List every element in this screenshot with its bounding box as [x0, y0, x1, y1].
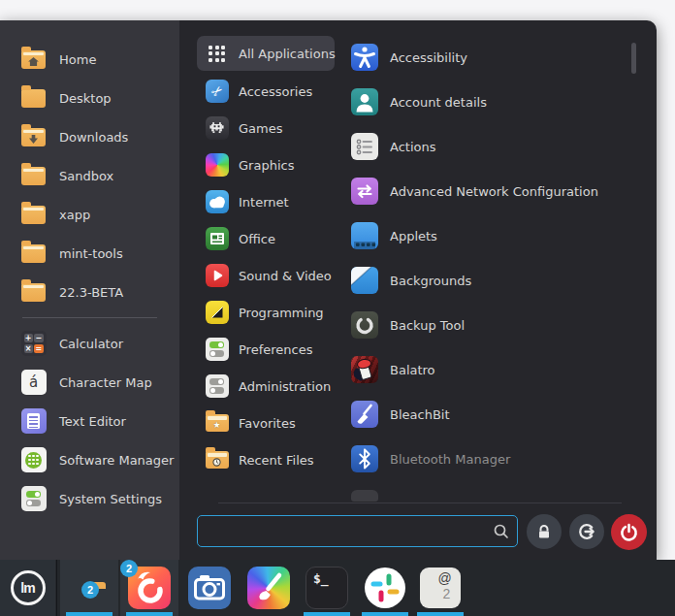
at-symbol-icon: @ 2 [420, 567, 461, 608]
running-indicator [126, 612, 173, 616]
app-actions[interactable]: Actions [351, 124, 636, 169]
system-settings-icon [20, 486, 47, 512]
actions-list-icon [351, 133, 378, 160]
place-label: xapp [59, 208, 90, 222]
notification-badge: 2 [120, 560, 138, 577]
category-label: Preferences [239, 342, 312, 357]
place-sandbox[interactable]: Sandbox [0, 156, 179, 195]
backup-tool-icon [351, 311, 378, 339]
office-icon [205, 227, 229, 251]
category-office[interactable]: Office [197, 220, 335, 257]
search-input[interactable] [197, 515, 518, 547]
taskbar-characters[interactable]: @ 2 [411, 560, 469, 616]
folder-icon [20, 85, 47, 112]
category-preferences[interactable]: Preferences [197, 331, 335, 368]
shortcut-label: System Settings [59, 492, 162, 506]
bleachbit-icon [351, 401, 378, 428]
app-label: Account details [390, 95, 487, 110]
shortcut-label: Software Manager [59, 453, 174, 468]
bluetooth-icon [351, 445, 378, 472]
internet-icon [205, 190, 229, 214]
shortcut-text-editor[interactable]: Text Editor [0, 402, 179, 440]
application-list: Accessibility Account details [351, 35, 636, 481]
category-sound-video[interactable]: Sound & Video [197, 257, 335, 294]
place-downloads[interactable]: Downloads [0, 117, 179, 156]
running-indicator [304, 612, 350, 616]
place-label: 22.3-BETA [59, 285, 123, 300]
all-applications-icon [205, 42, 229, 66]
app-balatro[interactable]: Balatro [351, 347, 636, 392]
taskbar-slack[interactable] [356, 560, 414, 616]
shortcut-character-map[interactable]: á Character Map [0, 363, 179, 402]
character-map-icon: á [20, 370, 47, 396]
category-accessories[interactable]: ✂ Accessories [197, 73, 335, 110]
taskbar-drawing[interactable] [240, 560, 298, 616]
app-bleachbit[interactable]: BleachBit [351, 392, 636, 437]
lock-button[interactable] [527, 514, 562, 549]
network-configuration-icon [351, 178, 378, 205]
app-advanced-network-configuration[interactable]: Advanced Network Configuration [351, 169, 636, 213]
category-internet[interactable]: Internet [197, 183, 335, 220]
taskbar-firefox[interactable]: 2 [120, 560, 178, 616]
power-icon [619, 522, 639, 542]
app-accessibility[interactable]: Accessibility [351, 35, 636, 80]
preferences-icon [205, 338, 229, 362]
app-label: Bluetooth Manager [390, 452, 510, 467]
category-label: Administration [239, 379, 331, 394]
place-xapp[interactable]: xapp [0, 195, 179, 234]
power-button[interactable] [611, 514, 647, 550]
app-backgrounds[interactable]: Backgrounds [351, 258, 636, 303]
paintbrush-icon [247, 567, 290, 609]
place-label: Home [59, 52, 96, 67]
accessibility-icon [351, 44, 378, 71]
calculator-icon: +−×= [20, 331, 47, 357]
place-label: Desktop [59, 91, 112, 106]
running-indicator [417, 612, 464, 616]
place-label: mint-tools [59, 246, 123, 261]
shortcut-system-settings[interactable]: System Settings [0, 479, 179, 518]
app-backup-tool[interactable]: Backup Tool [351, 303, 636, 347]
app-bluetooth-manager[interactable]: Bluetooth Manager [351, 437, 636, 481]
scrollbar-thumb[interactable] [631, 43, 636, 74]
category-graphics[interactable]: Graphics [197, 146, 335, 183]
administration-icon [205, 374, 229, 399]
category-favorites[interactable]: ★ Favorites [197, 405, 335, 441]
category-administration[interactable]: Administration [197, 368, 335, 405]
taskbar-terminal[interactable]: $_ [298, 560, 356, 616]
category-programming[interactable]: Programming [197, 294, 335, 331]
menu-sidebar: Home Desktop Downloads Sandbox x [0, 20, 179, 560]
menu-button[interactable]: lm [0, 560, 55, 616]
app-label: Backup Tool [390, 318, 465, 333]
backgrounds-icon [351, 267, 378, 294]
category-label: Recent Files [239, 453, 314, 468]
taskbar-files[interactable]: 2 [60, 560, 118, 616]
folder-icon [20, 279, 47, 306]
shortcut-label: Calculator [59, 337, 123, 351]
shortcut-calculator[interactable]: +−×= Calculator [0, 324, 179, 363]
shortcut-software-manager[interactable]: Software Manager [0, 440, 179, 479]
category-label: Office [239, 232, 275, 246]
category-label: Favorites [239, 416, 296, 431]
logout-icon [577, 522, 596, 541]
accessories-icon: ✂ [205, 80, 229, 104]
place-desktop[interactable]: Desktop [0, 79, 179, 117]
category-recent-files[interactable]: Recent Files [197, 441, 335, 478]
sidebar-separator [22, 317, 157, 318]
app-label: Actions [390, 140, 436, 154]
applets-icon [351, 222, 378, 249]
panel-separator [56, 560, 57, 616]
category-label: Accessories [239, 84, 312, 99]
category-label: Programming [239, 306, 324, 320]
logout-button[interactable] [569, 514, 604, 549]
place-22-3-beta[interactable]: 22.3-BETA [0, 273, 179, 311]
category-all-applications[interactable]: All Applications [197, 36, 335, 71]
place-home[interactable]: Home [0, 40, 179, 79]
app-account-details[interactable]: Account details [351, 80, 636, 124]
category-label: Internet [239, 195, 289, 210]
place-label: Sandbox [59, 169, 113, 183]
category-games[interactable]: Games [197, 110, 335, 146]
programming-icon [205, 301, 229, 325]
place-mint-tools[interactable]: mint-tools [0, 234, 179, 273]
app-applets[interactable]: Applets [351, 213, 636, 258]
taskbar-screenshot[interactable] [180, 560, 239, 616]
